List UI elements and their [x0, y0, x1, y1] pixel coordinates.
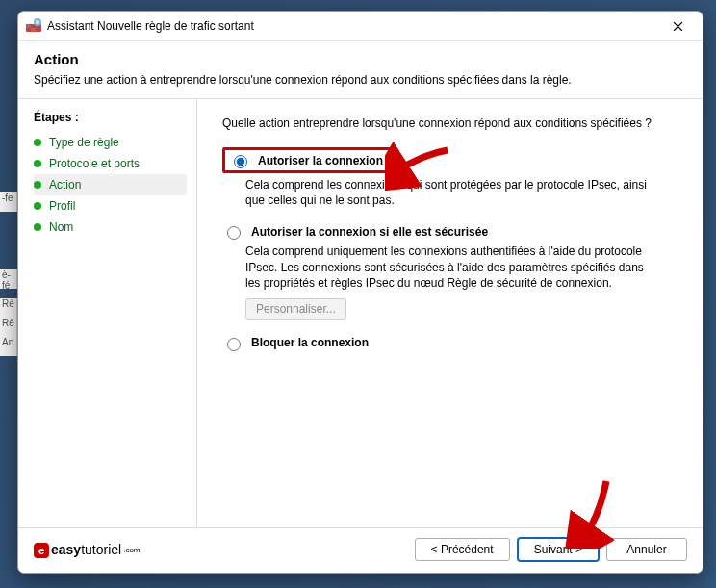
step-bullet-icon — [34, 223, 41, 231]
svg-rect-2 — [31, 28, 36, 32]
step-bullet-icon — [34, 160, 41, 167]
step-label: Profil — [49, 199, 75, 213]
bg-text: è-fé — [0, 269, 17, 289]
step-bullet-icon — [34, 181, 41, 189]
steps-sidebar: Étapes : Type de règle Protocole et port… — [18, 99, 196, 527]
option-block-label[interactable]: Bloquer la connexion — [251, 336, 369, 349]
bg-text: -fe — [0, 192, 17, 212]
logo-badge-icon: e — [34, 543, 49, 558]
step-action[interactable]: Action — [34, 174, 187, 195]
firewall-icon — [26, 18, 41, 34]
radio-block[interactable] — [227, 338, 241, 351]
option-block: Bloquer la connexion — [222, 335, 685, 351]
window-title: Assistant Nouvelle règle de trafic sorta… — [47, 19, 658, 33]
titlebar: Assistant Nouvelle règle de trafic sorta… — [18, 12, 703, 41]
option-allow-label[interactable]: Autoriser la connexion — [258, 154, 383, 167]
step-label: Action — [49, 178, 81, 192]
wizard-footer: e easytutoriel.com < Précédent Suivant >… — [18, 527, 703, 573]
wizard-dialog: Assistant Nouvelle règle de trafic sorta… — [17, 11, 703, 574]
page-header: Action Spécifiez une action à entreprend… — [18, 41, 703, 98]
step-bullet-icon — [34, 139, 41, 146]
desktop-background: -fe è-fé Rè Rè An Assistant Nouvelle règ… — [0, 0, 716, 588]
page-title: Action — [34, 51, 687, 67]
page-subtitle: Spécifiez une action à entreprendre lors… — [34, 73, 687, 87]
close-button[interactable] — [658, 12, 697, 40]
content-question: Quelle action entreprendre lorsqu'une co… — [222, 116, 685, 130]
bg-text: Rè — [0, 318, 17, 337]
bg-text: An — [0, 337, 17, 356]
option-allow-desc: Cela comprend les connexions qui sont pr… — [245, 177, 659, 208]
radio-allow[interactable] — [234, 155, 247, 168]
option-allow-secure: Autoriser la connexion si elle est sécur… — [222, 223, 685, 320]
option-allow-secure-desc: Cela comprend uniquement les connexions … — [245, 243, 659, 291]
option-allow-secure-label[interactable]: Autoriser la connexion si elle est sécur… — [251, 225, 488, 239]
cancel-button[interactable]: Annuler — [606, 538, 687, 561]
step-label: Type de règle — [49, 136, 119, 149]
next-button[interactable]: Suivant > — [518, 538, 599, 561]
step-profil[interactable]: Profil — [34, 195, 187, 217]
annotation-highlight: Autoriser la connexion — [222, 147, 396, 173]
logo-sub: .com — [123, 546, 140, 554]
back-button[interactable]: < Précédent — [415, 538, 510, 561]
wizard-body: Étapes : Type de règle Protocole et port… — [18, 98, 703, 527]
step-label: Nom — [49, 220, 73, 234]
step-type-de-regle[interactable]: Type de règle — [34, 132, 187, 153]
svg-rect-1 — [26, 24, 31, 28]
customize-button: Personnaliser... — [245, 298, 346, 320]
radio-allow-secure[interactable] — [227, 226, 241, 240]
option-allow: Autoriser la connexion Cela comprend les… — [222, 147, 685, 208]
bg-text: Rè — [0, 298, 17, 318]
logo-easytutoriel: e easytutoriel.com — [34, 542, 141, 558]
logo-text-thin: tutoriel — [81, 542, 121, 557]
logo-text-strong: easy — [51, 542, 81, 557]
steps-heading: Étapes : — [34, 111, 187, 124]
content-panel: Quelle action entreprendre lorsqu'une co… — [196, 99, 703, 527]
step-label: Protocole et ports — [49, 157, 140, 170]
step-bullet-icon — [34, 202, 41, 210]
svg-point-4 — [36, 20, 39, 24]
step-nom[interactable]: Nom — [34, 217, 187, 238]
step-protocole-et-ports[interactable]: Protocole et ports — [34, 153, 187, 174]
